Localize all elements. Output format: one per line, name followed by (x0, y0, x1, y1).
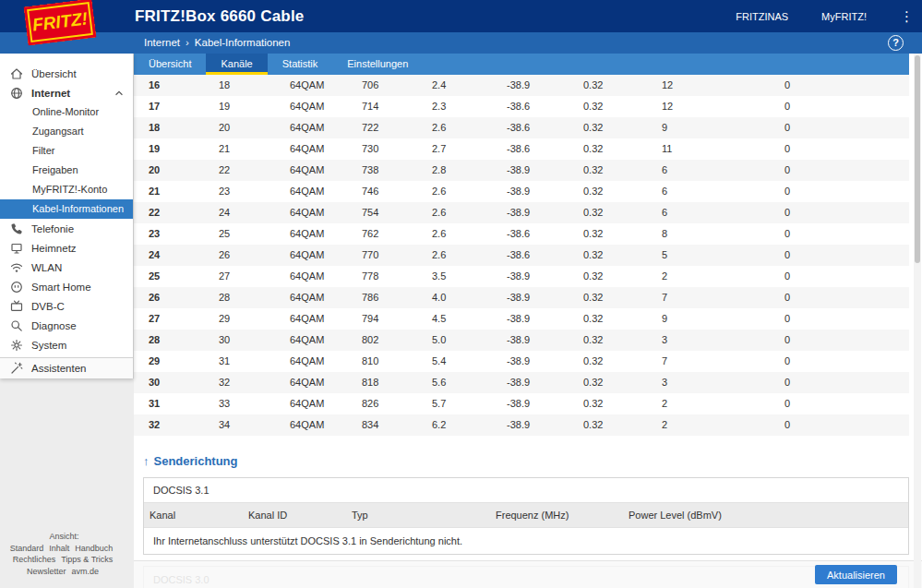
breadcrumb-section[interactable]: Internet (144, 37, 180, 48)
sidebar-item-uebersicht[interactable]: Übersicht (0, 64, 133, 83)
scrollbar-thumb[interactable] (915, 55, 920, 263)
channel-cell: 64QAM (275, 117, 347, 138)
sidebar-item-smart-home[interactable]: Smart Home (0, 277, 133, 296)
channel-cell: 826 (347, 393, 417, 414)
footer-link-avmde[interactable]: avm.de (72, 567, 100, 576)
channel-cell: 26 (204, 245, 275, 266)
column-header-typ: Typ (346, 503, 490, 527)
home-icon (10, 67, 23, 80)
channel-cell: 706 (347, 75, 417, 96)
channel-cell: 64QAM (275, 287, 347, 308)
channel-cell: 5.7 (417, 393, 492, 414)
docsis31-header-row: Kanal Kanal ID Typ Frequenz (MHz) Power … (144, 503, 908, 528)
channel-cell: 3 (647, 372, 770, 393)
channel-cell: 2 (647, 393, 770, 414)
channel-cell: 2.6 (417, 181, 492, 202)
channel-cell: 0 (770, 414, 909, 436)
docsis31-message: Ihr Internetanschluss unterstützt DOCSIS… (144, 528, 908, 554)
diagnose-icon (10, 319, 23, 332)
vertical-scrollbar[interactable] (914, 54, 921, 588)
sidebar-item-heimnetz[interactable]: Heimnetz (0, 238, 133, 258)
kebab-menu-icon[interactable]: ⋮ (900, 8, 909, 25)
tab-statistik[interactable]: Statistik (268, 54, 333, 75)
channel-cell: -38.9 (492, 266, 569, 287)
phone-icon (10, 222, 23, 235)
channel-cell: 7 (647, 287, 770, 308)
channel-cell: 746 (347, 181, 417, 202)
sidebar-subitem-online-monitor[interactable]: Online-Monitor (0, 102, 133, 122)
channel-cell: -38.6 (492, 96, 569, 117)
page-title: FRITZ!Box 6660 Cable (135, 0, 305, 32)
channel-cell: -38.9 (492, 202, 569, 223)
channel-cell: 0.32 (569, 202, 647, 223)
channel-cell: 0.32 (569, 372, 647, 393)
footer-link-inhalt[interactable]: Inhalt (49, 544, 69, 553)
sidebar-subitem-myfritz-konto[interactable]: MyFRITZ!-Konto (0, 180, 133, 199)
channel-cell: 762 (347, 223, 417, 245)
channel-cell: 0 (770, 393, 909, 414)
sidebar-subitem-filter[interactable]: Filter (0, 141, 133, 161)
channel-row: 161864QAM7062.4-38.90.32120 (134, 75, 909, 96)
channel-cell: 5 (647, 245, 770, 266)
channel-cell: 714 (347, 96, 417, 117)
tab-einstellungen[interactable]: Einstellungen (332, 54, 423, 75)
sidebar-item-assistenten[interactable]: Assistenten (0, 357, 133, 378)
channel-cell: 64QAM (275, 160, 347, 181)
channel-cell: -38.9 (492, 287, 569, 308)
help-icon[interactable]: ? (888, 35, 904, 51)
sidebar-item-wlan[interactable]: WLAN (0, 258, 133, 277)
footer-link-newsletter[interactable]: Newsletter (27, 567, 66, 576)
channel-cell: 30 (134, 372, 204, 393)
channel-cell: 0.32 (569, 308, 647, 330)
channel-row: 252764QAM7783.5-38.90.3220 (134, 266, 909, 287)
channel-cell: -38.6 (492, 245, 569, 266)
senderichtung-heading: ↑Senderichtung (143, 454, 922, 468)
tab-kanaele[interactable]: Kanäle (206, 54, 267, 75)
refresh-button[interactable]: Aktualisieren (815, 565, 897, 584)
channel-cell: 24 (134, 245, 204, 266)
sidebar-item-telefonie[interactable]: Telefonie (0, 219, 133, 238)
sidebar-item-label: Heimnetz (31, 243, 77, 254)
breadcrumb: Internet›Kabel-Informationen (144, 32, 290, 54)
channel-cell: 64QAM (275, 245, 347, 266)
channel-cell: 0 (770, 181, 909, 202)
sidebar-item-system[interactable]: System (0, 335, 133, 354)
tv-icon (10, 300, 23, 313)
sidebar-subitem-kabel-informationen[interactable]: Kabel-Informationen (0, 199, 133, 219)
channel-cell: 31 (204, 351, 275, 372)
channel-cell: 0 (770, 351, 909, 372)
sidebar-item-dvb-c[interactable]: DVB-C (0, 296, 133, 316)
footer-link-tipps[interactable]: Tipps & Tricks (61, 555, 113, 564)
sidebar-subitem-zugangsart[interactable]: Zugangsart (0, 122, 133, 141)
sidebar-footer: Ansicht: StandardInhaltHandbuch Rechtlic… (0, 531, 126, 577)
wifi-icon (10, 261, 23, 274)
channel-cell: 29 (204, 308, 275, 330)
channel-cell: 19 (204, 96, 275, 117)
channel-cell: 20 (134, 160, 204, 181)
channel-cell: 5.0 (417, 330, 492, 351)
channel-cell: 0 (770, 330, 909, 351)
channel-cell: 6 (647, 160, 770, 181)
channel-cell: 2 (647, 414, 770, 436)
sidebar-item-internet[interactable]: Internet (0, 83, 133, 102)
channel-cell: -38.6 (492, 117, 569, 138)
sidebar-item-label: Diagnose (31, 320, 77, 331)
channel-cell: 0 (770, 223, 909, 245)
tab-uebersicht[interactable]: Übersicht (134, 54, 206, 75)
top-nav: FRITZINAS MyFRITZ! ⋮ (736, 0, 909, 32)
breadcrumb-separator-icon: › (186, 37, 189, 48)
sidebar-item-diagnose[interactable]: Diagnose (0, 316, 133, 335)
channel-cell: 2.6 (417, 117, 492, 138)
channel-cell: 34 (204, 414, 275, 436)
nav-user-link[interactable]: FRITZINAS (736, 11, 788, 22)
channel-cell: 0 (770, 308, 909, 330)
channel-cell: 5.6 (417, 372, 492, 393)
sidebar-subitem-freigaben[interactable]: Freigaben (0, 161, 133, 180)
channel-cell: 818 (347, 372, 417, 393)
nav-myfritz-link[interactable]: MyFRITZ! (821, 11, 867, 22)
footer-link-rechtliches[interactable]: Rechtliches (13, 555, 56, 564)
channel-row: 262864QAM7864.0-38.90.3270 (134, 287, 909, 308)
channel-cell: 0 (770, 96, 909, 117)
channel-cell: 0 (770, 372, 909, 393)
footer-link-handbuch[interactable]: Handbuch (75, 544, 113, 553)
